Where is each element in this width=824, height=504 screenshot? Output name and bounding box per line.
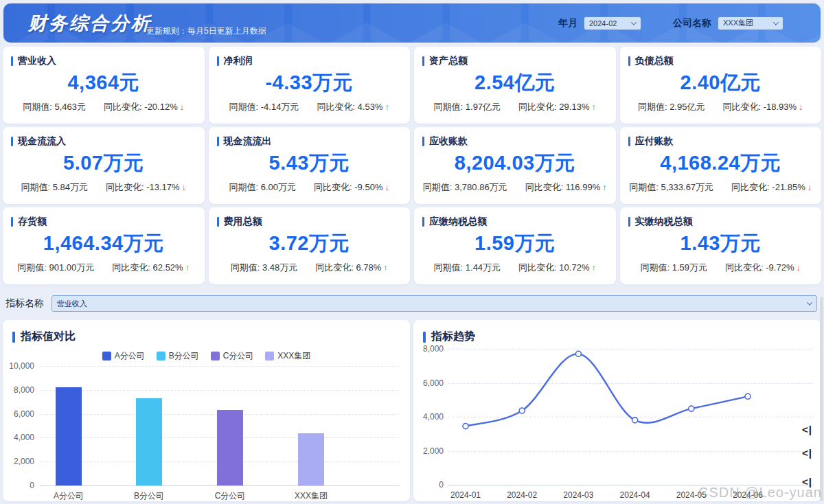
kpi-prev: 同期值: 6.00万元 xyxy=(229,181,297,194)
kpi-card: 存货额 1,464.34万元 同期值: 901.00万元 同比变化: 62.52… xyxy=(3,207,205,284)
month-select-value: 2024-02 xyxy=(589,19,617,27)
title-accent-bar xyxy=(423,332,426,343)
trend-arrow-icon: ↓ xyxy=(799,102,803,112)
kpi-value: 8,204.03万元 xyxy=(414,150,616,177)
kpi-yoy: 同比变化: 116.99%↑ xyxy=(525,181,607,194)
kpi-card: 应收账款 8,204.03万元 同期值: 3,780.86万元 同比变化: 11… xyxy=(414,127,616,204)
company-filter-label: 公司名称 xyxy=(673,17,711,30)
y-tick-label: 4,000 xyxy=(4,433,34,442)
kpi-value: 1.43万元 xyxy=(620,230,822,257)
indicator-name-label: 指标名称 xyxy=(5,297,44,310)
data-point-marker xyxy=(575,351,581,356)
kpi-value: 1.59万元 xyxy=(414,230,616,257)
x-tick-label: B分公司 xyxy=(118,490,180,502)
indicator-row: 指标名称 营业收入 xyxy=(5,295,817,312)
title-accent-bar xyxy=(628,217,630,227)
trend-arrow-icon: ↓ xyxy=(385,182,389,192)
month-select[interactable]: 2024-02 xyxy=(584,16,641,30)
kpi-yoy: 同比变化: 4.53%↑ xyxy=(317,101,389,113)
legend-swatch xyxy=(102,352,111,360)
trend-arrow-icon: ↑ xyxy=(591,262,596,273)
kpi-prev: 同期值: 2.95亿元 xyxy=(638,101,705,113)
legend-item[interactable]: C分公司 xyxy=(211,350,254,362)
kpi-prev: 同期值: -4.14万元 xyxy=(229,101,299,113)
kpi-card: 负债总额 2.40亿元 同期值: 2.95亿元 同比变化: -18.93%↓ xyxy=(620,47,822,124)
title-accent-bar xyxy=(422,137,424,146)
trend-arrow-icon: ↑ xyxy=(602,182,607,192)
x-tick-label: A分公司 xyxy=(38,490,100,502)
kpi-yoy: 同比变化: 6.78%↑ xyxy=(315,262,388,274)
trend-panel: 指标趋势 02,0004,0006,0008,0002024-012024-02… xyxy=(413,320,821,501)
kpi-title: 净利润 xyxy=(224,55,253,67)
chevron-down-icon xyxy=(807,299,812,305)
kpi-title: 应收账款 xyxy=(429,135,468,148)
kpi-value: 2.54亿元 xyxy=(414,69,616,97)
y-tick-label: 0 xyxy=(4,481,34,490)
kpi-prev: 同期值: 901.00万元 xyxy=(17,262,94,274)
x-axis-line xyxy=(40,485,400,486)
y-tick-label: 2,000 xyxy=(4,457,34,466)
kpi-title: 现金流流入 xyxy=(18,135,66,148)
kpi-yoy: 同比变化: 29.13%↑ xyxy=(518,101,596,113)
y-tick-label: 8,000 xyxy=(4,385,34,395)
update-rule-text: 更新规则：每月5日更新上月数据 xyxy=(146,25,266,37)
kpi-yoy: 同比变化: -20.12%↓ xyxy=(104,101,184,113)
trend-arrow-icon: ↓ xyxy=(796,262,801,273)
kpi-grid: 营业收入 4,364元 同期值: 5,463元 同比变化: -20.12%↓ 净… xyxy=(3,47,821,284)
kpi-prev: 同期值: 3.48万元 xyxy=(231,262,298,274)
kpi-card: 应付账款 4,168.24万元 同期值: 5,333.67万元 同比变化: -2… xyxy=(620,127,822,204)
trend-arrow-icon: ↑ xyxy=(185,262,190,273)
kpi-title: 存货额 xyxy=(18,216,47,228)
collapse-handle-icon[interactable]: <| xyxy=(802,448,812,458)
kpi-value: 3.72万元 xyxy=(209,230,411,257)
kpi-title: 现金流流出 xyxy=(224,135,272,148)
bar xyxy=(136,398,162,485)
legend-item[interactable]: B分公司 xyxy=(157,350,199,362)
data-point-marker xyxy=(519,408,525,413)
title-accent-bar xyxy=(628,137,630,146)
kpi-title: 费用总额 xyxy=(224,216,262,228)
kpi-value: 1,464.34万元 xyxy=(3,230,205,257)
kpi-title: 资产总额 xyxy=(429,55,468,67)
scrollbar[interactable] xyxy=(820,297,823,501)
watermark: CSDN @Leo-yuan xyxy=(698,485,822,501)
page-title: 财务综合分析 xyxy=(28,11,152,36)
kpi-card: 营业收入 4,364元 同期值: 5,463元 同比变化: -20.12%↓ xyxy=(3,47,205,124)
kpi-prev: 同期值: 1.97亿元 xyxy=(434,101,501,113)
kpi-title: 应缴纳税总额 xyxy=(429,216,487,228)
title-accent-bar xyxy=(12,332,15,343)
kpi-title: 营业收入 xyxy=(18,55,56,67)
kpi-value: 5.07万元 xyxy=(3,150,205,177)
trend-line-path xyxy=(466,354,748,426)
legend-swatch xyxy=(265,352,274,360)
trend-panel-title: 指标趋势 xyxy=(431,330,475,344)
kpi-card: 净利润 -4.33万元 同期值: -4.14万元 同比变化: 4.53%↑ xyxy=(209,47,411,124)
legend-label: C分公司 xyxy=(223,350,254,362)
legend-item[interactable]: XXX集团 xyxy=(265,350,310,362)
data-point-marker xyxy=(463,424,468,429)
trend-arrow-icon: ↑ xyxy=(383,262,388,273)
kpi-prev: 同期值: 1.59万元 xyxy=(641,262,708,274)
kpi-prev: 同期值: 5,463元 xyxy=(23,101,86,113)
legend-swatch xyxy=(157,352,165,360)
kpi-prev: 同期值: 5.84万元 xyxy=(21,181,88,194)
kpi-card: 实缴纳税总额 1.43万元 同期值: 1.59万元 同比变化: -9.72%↓ xyxy=(620,207,822,284)
collapse-handle-icon[interactable]: <| xyxy=(802,424,812,435)
app-header: 财务综合分析 更新规则：每月5日更新上月数据 年月 2024-02 公司名称 X… xyxy=(3,3,821,43)
kpi-yoy: 同比变化: -18.93%↓ xyxy=(722,101,803,113)
kpi-value: -4.33万元 xyxy=(209,69,411,97)
kpi-card: 应缴纳税总额 1.59万元 同期值: 1.44万元 同比变化: 10.72%↑ xyxy=(414,207,616,284)
legend-swatch xyxy=(211,352,220,360)
kpi-yoy: 同比变化: -21.85%↓ xyxy=(731,181,812,194)
y-tick-label: 6,000 xyxy=(4,409,34,419)
title-accent-bar xyxy=(628,56,630,66)
indicator-select[interactable]: 营业收入 xyxy=(52,295,817,312)
company-select-value: XXX集团 xyxy=(723,18,753,28)
kpi-card: 费用总额 3.72万元 同期值: 3.48万元 同比变化: 6.78%↑ xyxy=(209,207,411,284)
title-accent-bar xyxy=(11,137,13,146)
bar xyxy=(217,410,243,485)
kpi-yoy: 同比变化: 62.52%↑ xyxy=(112,262,190,274)
company-select[interactable]: XXX集团 xyxy=(718,16,783,30)
legend-item[interactable]: A分公司 xyxy=(102,350,145,362)
y-tick-label: 10,000 xyxy=(4,361,34,371)
